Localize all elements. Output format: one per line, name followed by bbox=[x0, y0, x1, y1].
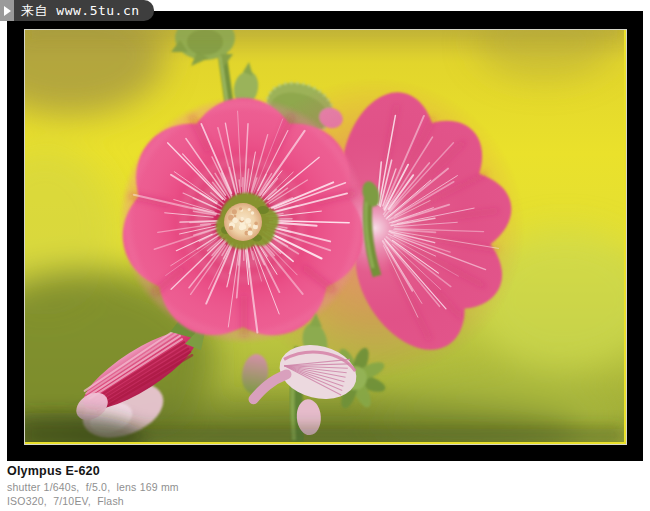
photo-black-frame bbox=[7, 11, 643, 461]
camera-model: Olympus E-620 bbox=[7, 464, 179, 478]
exif-settings-line: shutter 1/640s, f/5.0, lens 169 mm bbox=[7, 481, 179, 495]
watermark-badge: 来自 www.5tu.cn bbox=[0, 0, 154, 21]
hollyhock-photo-image bbox=[25, 30, 624, 442]
exif-caption: Olympus E-620 shutter 1/640s, f/5.0, len… bbox=[7, 464, 179, 508]
flower-photo bbox=[24, 29, 627, 445]
watermark-text: 来自 www.5tu.cn bbox=[14, 0, 154, 21]
exif-iso-line: ISO320, 7/10EV, Flash bbox=[7, 495, 179, 509]
play-icon bbox=[0, 0, 14, 21]
page: { "watermark": { "icon": "play-icon", "t… bbox=[0, 0, 650, 511]
